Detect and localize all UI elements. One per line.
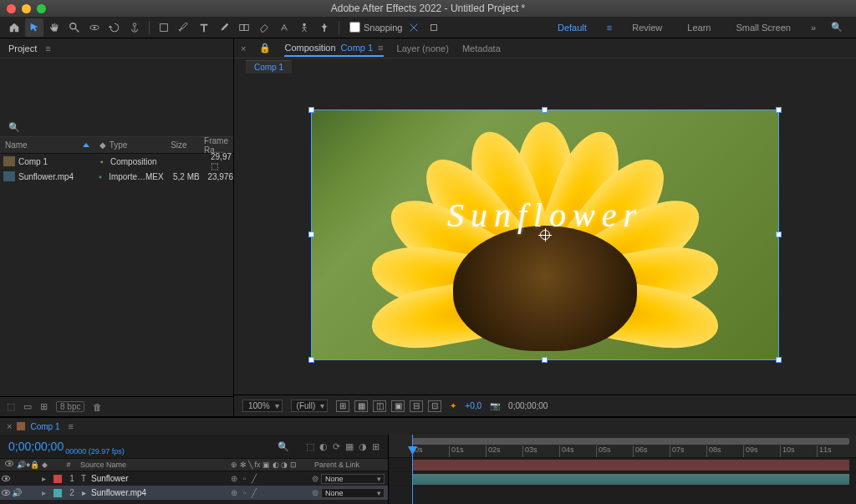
rotation-tool[interactable] — [105, 18, 124, 37]
snapping-toggle[interactable]: Snapping — [349, 22, 403, 33]
twirl-icon[interactable]: ▸ — [42, 474, 50, 483]
handle-mr[interactable] — [776, 232, 782, 237]
comp-mini-flowchart-icon[interactable]: ⬚ — [306, 441, 314, 452]
layer-name[interactable]: Sunflower.mp4 — [91, 488, 226, 497]
anchor-tool[interactable] — [125, 18, 144, 37]
layer-tab[interactable]: Layer (none) — [397, 43, 449, 53]
col-label[interactable]: ◆ — [94, 140, 104, 150]
source-name-col[interactable]: Source Name — [75, 461, 226, 469]
timeline-close-icon[interactable]: × — [7, 421, 12, 431]
layer-switches[interactable]: ⊕ ▫ ╱ — [226, 474, 309, 483]
motion-blur-icon[interactable]: ◑ — [359, 441, 367, 452]
frame-blend-icon[interactable]: ▦ — [345, 441, 354, 452]
guides-icon[interactable]: ⊡ — [428, 400, 441, 412]
close-tab-icon[interactable]: × — [241, 43, 246, 53]
metadata-tab[interactable]: Metadata — [462, 43, 501, 53]
orbit-tool[interactable] — [85, 18, 104, 37]
handle-tm[interactable] — [542, 107, 548, 113]
pickwhip-icon[interactable]: ⊚ — [309, 474, 321, 483]
puppet-tool[interactable] — [295, 18, 313, 37]
lock-icon[interactable]: 🔒 — [259, 43, 271, 53]
roto-tool[interactable] — [275, 18, 293, 37]
close-window-button[interactable] — [7, 4, 16, 13]
eraser-tool[interactable] — [255, 18, 273, 37]
transparency-icon[interactable]: ▦ — [354, 400, 368, 412]
snapshot-icon[interactable]: 📷 — [490, 401, 500, 410]
zoom-dropdown[interactable]: 100% — [242, 400, 283, 412]
workspace-default[interactable]: Default — [553, 21, 592, 34]
resolution-dropdown[interactable]: (Full) — [291, 400, 329, 412]
comp-canvas[interactable]: Sunflower — [311, 109, 779, 360]
current-timecode[interactable]: 0;00;00;00 — [8, 440, 64, 453]
work-area-bar[interactable] — [412, 438, 849, 445]
pickwhip-icon[interactable]: ⊚ — [309, 488, 321, 497]
selection-tool[interactable] — [25, 18, 43, 37]
panel-menu-icon[interactable]: ≡ — [45, 43, 50, 53]
layer-bar-1[interactable] — [412, 460, 849, 471]
layer-name[interactable]: Sunflower — [91, 474, 226, 483]
grid-icon[interactable]: ⊟ — [410, 400, 423, 412]
workspace-review[interactable]: Review — [627, 21, 667, 34]
color-mgmt-icon[interactable]: ✦ — [450, 401, 456, 410]
label-col[interactable]: ◆ — [42, 461, 62, 469]
col-size[interactable]: Size — [166, 140, 199, 150]
layer-label[interactable] — [54, 489, 62, 497]
layer-row-2[interactable]: 🔊 ▸ 2 ▸ Sunflower.mp4 ⊕ ▫ ╱ ⊚ None — [0, 486, 388, 500]
composition-viewer[interactable]: Sunflower — [234, 75, 856, 395]
workspace-learn[interactable]: Learn — [682, 21, 716, 34]
anchor-point-icon[interactable] — [540, 230, 550, 240]
layer-row-1[interactable]: ▸ 1 T Sunflower ⊕ ▫ ╱ ⊚ None — [0, 471, 388, 486]
track-2[interactable] — [389, 472, 856, 486]
project-item-footage[interactable]: Sunflower.mp4 ▪ Importe…MEX 5,2 MB 23,97… — [0, 169, 233, 184]
workspace-menu-icon[interactable]: ≡ — [607, 23, 612, 33]
shy-icon[interactable]: ⟳ — [333, 441, 340, 452]
workspace-more-icon[interactable]: » — [811, 23, 816, 33]
mask-icon[interactable]: ◫ — [373, 400, 386, 412]
brush-tool[interactable] — [215, 18, 233, 37]
minimize-window-button[interactable] — [22, 4, 31, 13]
track-1[interactable] — [389, 458, 856, 472]
zoom-tool[interactable] — [65, 18, 84, 37]
home-button[interactable] — [5, 18, 23, 37]
project-search-input[interactable] — [20, 121, 225, 134]
clone-tool[interactable] — [235, 18, 253, 37]
handle-bl[interactable] — [308, 357, 314, 363]
handle-ml[interactable] — [308, 232, 314, 237]
interpret-icon[interactable]: ⬚ — [7, 401, 15, 412]
pen-tool[interactable] — [175, 18, 193, 37]
tab-menu-icon[interactable]: ≡ — [378, 43, 383, 53]
timeline-tab-name[interactable]: Comp 1 — [30, 422, 59, 431]
audio-toggle[interactable]: 🔊 — [12, 488, 23, 497]
new-comp-icon[interactable]: ⊞ — [40, 401, 48, 412]
fast-preview-icon[interactable]: ⊞ — [336, 400, 349, 412]
type-tool[interactable] — [195, 18, 213, 37]
project-item-comp[interactable]: Comp 1 ▪ Composition 29,97 ⬚ — [0, 154, 233, 169]
composition-tab[interactable]: Composition Comp 1 ≡ — [284, 43, 383, 57]
trash-icon[interactable]: 🗑 — [93, 402, 102, 412]
timeline-search-icon[interactable]: 🔍 — [278, 441, 289, 452]
folder-icon[interactable]: ▭ — [23, 401, 32, 412]
pin-tool[interactable] — [315, 18, 334, 37]
handle-tr[interactable] — [776, 107, 782, 113]
video-toggle[interactable] — [0, 474, 12, 483]
col-type[interactable]: Type — [104, 140, 166, 150]
twirl-icon[interactable]: ▸ — [42, 488, 50, 497]
layer-bar-2[interactable] — [412, 474, 849, 485]
timeline-tracks[interactable] — [389, 458, 856, 504]
parent-dropdown[interactable]: None — [321, 474, 385, 484]
layer-switches[interactable]: ⊕ ▫ ╱ — [226, 488, 309, 497]
draft3d-icon[interactable]: ◐ — [319, 441, 328, 452]
video-toggle[interactable] — [0, 488, 12, 497]
search-help-icon[interactable]: 🔍 — [831, 22, 843, 33]
exposure-value[interactable]: +0,0 — [465, 401, 482, 410]
workspace-small-screen[interactable]: Small Screen — [731, 21, 795, 34]
project-search[interactable]: 🔍⁠ — [0, 119, 233, 137]
snap-option-2[interactable] — [425, 18, 443, 37]
layer-label[interactable] — [54, 475, 62, 483]
col-name[interactable]: Name — [0, 140, 94, 150]
bpc-button[interactable]: 8 bpc — [56, 401, 84, 412]
parent-col[interactable]: Parent & Link — [309, 461, 388, 469]
handle-tl[interactable] — [308, 107, 314, 113]
graph-editor-icon[interactable]: ⊞ — [372, 441, 380, 452]
handle-bm[interactable] — [542, 357, 548, 363]
